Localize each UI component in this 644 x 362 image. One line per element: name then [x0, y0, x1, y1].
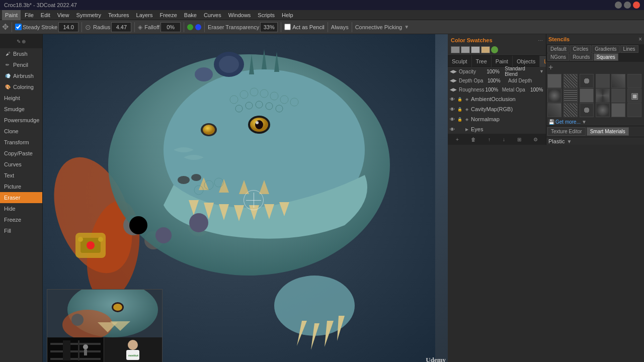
tool-transform[interactable]: Transform: [0, 137, 42, 148]
stencil-cell-16[interactable]: [596, 103, 610, 117]
menu-paint[interactable]: Paint: [2, 10, 21, 20]
mat-type-dropdown[interactable]: ▼: [567, 139, 572, 144]
menu-symmetry[interactable]: Symmetry: [73, 10, 104, 20]
blend-mode[interactable]: Standard Blend: [505, 66, 538, 77]
radius-input[interactable]: [111, 22, 131, 32]
stencil-cell-7[interactable]: [547, 88, 561, 103]
stencil-get-more[interactable]: 💾 Get more... ▼: [546, 118, 644, 126]
stencil-cell-9[interactable]: [580, 88, 594, 103]
menu-edit[interactable]: Edit: [38, 10, 53, 20]
stencil-cell-10[interactable]: [596, 88, 610, 103]
color-dot-green[interactable]: [187, 24, 193, 30]
titlebar-controls[interactable]: [615, 2, 640, 9]
layer-add-btn[interactable]: +: [456, 137, 459, 142]
act-as-pencil-checkbox[interactable]: [284, 24, 291, 30]
stencil-cell-1[interactable]: [547, 74, 561, 88]
stencil-cell-17[interactable]: [611, 103, 625, 117]
stencil-tab-squares[interactable]: Squares: [594, 53, 618, 61]
canvas-bg[interactable]: nexttut Udemy: [43, 34, 448, 362]
expand-icon[interactable]: ▶: [464, 126, 470, 132]
minimize-button[interactable]: [615, 2, 622, 9]
stencil-cell-14[interactable]: [564, 103, 578, 117]
menu-freeze[interactable]: Freeze: [157, 10, 180, 20]
layer-ambient-occlusion[interactable]: 👁 🔒 ◈ AmbientOcclusion: [448, 94, 546, 104]
tool-hide[interactable]: Hide: [0, 203, 42, 214]
layer-delete-btn[interactable]: 🗑: [471, 137, 476, 142]
tool-curves[interactable]: Curves: [0, 159, 42, 170]
stencil-tab-lines[interactable]: Lines: [620, 45, 638, 53]
tool-freeze[interactable]: Freeze: [0, 214, 42, 225]
close-button[interactable]: [633, 2, 640, 9]
menu-windows[interactable]: Windows: [225, 10, 254, 20]
stencils-close-btn[interactable]: ×: [638, 36, 642, 43]
stencil-cell-18[interactable]: [627, 103, 641, 117]
eraser-input[interactable]: [260, 22, 278, 32]
stencil-cell-6[interactable]: [627, 74, 641, 88]
swatch-gray1[interactable]: [451, 46, 460, 53]
swatch-gray3[interactable]: [471, 46, 480, 53]
layer-settings-btn[interactable]: ⚙: [533, 137, 538, 142]
stencil-cell-13[interactable]: [547, 103, 561, 117]
eye-icon[interactable]: 👁: [449, 126, 456, 133]
eye-icon[interactable]: 👁: [449, 96, 456, 103]
stencil-cell-4[interactable]: [596, 74, 610, 88]
stencil-tab-ngons[interactable]: NGons: [547, 53, 569, 61]
tool-smudge[interactable]: Smudge: [0, 104, 42, 115]
tab-objects[interactable]: Objects: [513, 56, 540, 67]
tool-copypaste[interactable]: Copy/Paste: [0, 148, 42, 159]
tab-paint[interactable]: Paint: [492, 56, 513, 67]
menu-bake[interactable]: Bake: [181, 10, 200, 20]
tool-fill[interactable]: Fill: [0, 225, 42, 236]
swatch-green[interactable]: [491, 46, 498, 53]
stencil-cell-highlight[interactable]: ▣: [627, 88, 641, 103]
steady-stroke-checkbox[interactable]: [15, 24, 22, 30]
get-more-dropdown[interactable]: ▼: [582, 119, 587, 125]
stencil-cell-3[interactable]: [580, 74, 594, 88]
stencil-cell-15[interactable]: [580, 103, 594, 117]
stencil-cell-5[interactable]: [611, 74, 625, 88]
layer-cavitymap[interactable]: 👁 🔒 ◈ CavityMap(RGB): [448, 104, 546, 114]
falloff-input[interactable]: [160, 22, 181, 32]
tab-sculpt[interactable]: Sculpt: [448, 56, 472, 67]
menu-layers[interactable]: Layers: [133, 10, 156, 20]
menu-scripts[interactable]: Scripts: [255, 10, 278, 20]
tab-texture-editor[interactable]: Texture Editor: [547, 127, 586, 136]
steady-stroke-input[interactable]: [58, 22, 78, 32]
color-swatches-options[interactable]: ⋯: [538, 38, 543, 43]
eye-icon[interactable]: 👁: [449, 116, 456, 123]
canvas-area[interactable]: nexttut Udemy: [43, 34, 448, 362]
stencil-cell-2[interactable]: [564, 74, 578, 88]
tool-brush[interactable]: 🖌 Brush: [0, 48, 42, 59]
tool-picture[interactable]: Picture: [0, 181, 42, 192]
tool-eraser[interactable]: Eraser: [0, 192, 42, 203]
menu-file[interactable]: File: [22, 10, 37, 20]
stencil-tab-default[interactable]: Default: [547, 45, 570, 53]
tool-height[interactable]: Height: [0, 93, 42, 104]
eye-icon[interactable]: 👁: [449, 106, 456, 113]
tool-pencil[interactable]: ✏ Pencil: [0, 59, 42, 70]
tab-tree[interactable]: Tree: [472, 56, 492, 67]
layer-normalmap[interactable]: 👁 🔒 ◈ Normalmap: [448, 114, 546, 124]
menu-textures[interactable]: Textures: [105, 10, 132, 20]
tool-text[interactable]: Text: [0, 170, 42, 181]
stencil-cell-8[interactable]: [564, 88, 578, 103]
tool-powersmudge[interactable]: Powersmudge: [0, 115, 42, 126]
stencil-tab-circles[interactable]: Circles: [570, 45, 592, 53]
stencil-add-btn[interactable]: +: [548, 63, 553, 72]
act-as-pencil-label[interactable]: Act as Pencil: [284, 24, 325, 30]
menu-view[interactable]: View: [54, 10, 72, 20]
tab-smart-materials[interactable]: Smart Materials: [587, 127, 629, 136]
layer-merge-btn[interactable]: ⊞: [517, 137, 521, 142]
stencil-tab-gradients[interactable]: Gradients: [592, 45, 619, 53]
toolbar-icon-move[interactable]: ✥: [2, 22, 9, 32]
connective-dropdown-icon[interactable]: ▼: [404, 24, 409, 30]
stencil-tab-rounds[interactable]: Rounds: [570, 53, 593, 61]
layer-eyes[interactable]: 👁 ▶ Eyes: [448, 124, 546, 134]
color-dot-blue[interactable]: [195, 24, 201, 30]
menu-curves[interactable]: Curves: [201, 10, 224, 20]
tool-clone[interactable]: Clone: [0, 126, 42, 137]
tool-airbrush[interactable]: 💨 Airbrush: [0, 70, 42, 81]
blend-dropdown[interactable]: ▼: [539, 69, 544, 74]
layer-move-down-btn[interactable]: ↓: [503, 137, 505, 142]
tab-layers[interactable]: Layers: [540, 56, 546, 67]
